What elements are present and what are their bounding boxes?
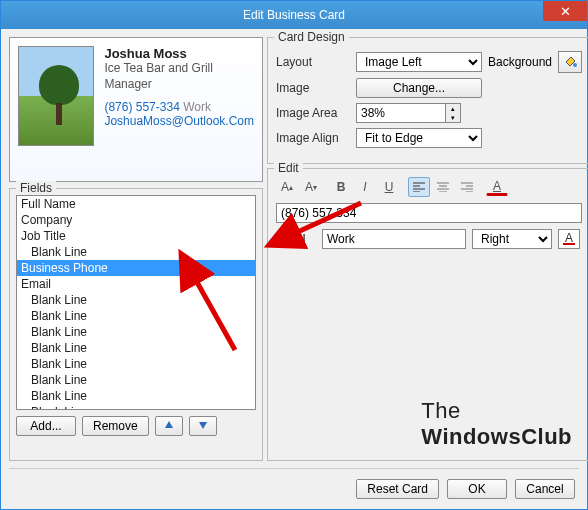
field-item[interactable]: Blank Line	[17, 244, 255, 260]
align-right-button[interactable]	[456, 177, 478, 197]
field-item[interactable]: Blank Line	[17, 356, 255, 372]
image-label: Image	[276, 81, 350, 95]
change-image-button[interactable]: Change...	[356, 78, 482, 98]
preview-name: Joshua Moss	[104, 46, 254, 61]
field-item[interactable]: Blank Line	[17, 404, 255, 410]
field-item[interactable]: Blank Line	[17, 308, 255, 324]
font-color-icon: A	[563, 233, 575, 245]
align-left-button[interactable]	[408, 177, 430, 197]
italic-button[interactable]: I	[354, 177, 376, 197]
remove-button[interactable]: Remove	[82, 416, 149, 436]
preview-company: Ice Tea Bar and Grill	[104, 61, 254, 77]
field-item[interactable]: Job Title	[17, 228, 255, 244]
watermark-logo: The WindowsClub	[421, 398, 572, 450]
background-label: Background	[488, 55, 552, 69]
image-area-spinner[interactable]: ▴▾	[356, 103, 461, 123]
image-area-input[interactable]	[356, 103, 446, 123]
move-up-button[interactable]	[155, 416, 183, 436]
spin-up[interactable]: ▴	[446, 104, 460, 113]
field-value-input[interactable]	[276, 203, 582, 223]
svg-rect-2	[563, 243, 575, 245]
design-legend: Card Design	[274, 30, 349, 44]
card-image	[18, 46, 94, 146]
font-grow-button[interactable]: A▴	[276, 177, 298, 197]
arrow-up-icon	[164, 420, 174, 430]
underline-button[interactable]: U	[378, 177, 400, 197]
fields-group: Fields Full NameCompanyJob TitleBlank Li…	[9, 188, 263, 461]
ok-button[interactable]: OK	[447, 479, 507, 499]
dialog-footer: Reset Card OK Cancel	[1, 469, 587, 509]
font-shrink-button[interactable]: A▾	[300, 177, 322, 197]
preview-phone: (876) 557-334 Work	[104, 100, 254, 114]
edit-legend: Edit	[274, 161, 303, 175]
spin-down[interactable]: ▾	[446, 113, 460, 122]
label-input[interactable]	[322, 229, 466, 249]
card-preview: Joshua Moss Ice Tea Bar and Grill Manage…	[9, 37, 263, 182]
window-title: Edit Business Card	[243, 8, 345, 22]
add-button[interactable]: Add...	[16, 416, 76, 436]
background-color-button[interactable]	[558, 51, 582, 73]
field-item[interactable]: Blank Line	[17, 292, 255, 308]
layout-label: Layout	[276, 55, 350, 69]
card-design-group: Card Design Layout Image Left Background…	[267, 37, 588, 164]
bold-button[interactable]: B	[330, 177, 352, 197]
field-item[interactable]: Blank Line	[17, 372, 255, 388]
font-color-button[interactable]: A	[486, 179, 508, 196]
fields-list[interactable]: Full NameCompanyJob TitleBlank LineBusin…	[16, 195, 256, 410]
reset-card-button[interactable]: Reset Card	[356, 479, 439, 499]
right-pane: Card Design Layout Image Left Background…	[267, 37, 588, 461]
align-left-icon	[413, 182, 425, 192]
align-center-button[interactable]	[432, 177, 454, 197]
preview-jobtitle: Manager	[104, 77, 254, 93]
field-item[interactable]: Email	[17, 276, 255, 292]
arrow-down-icon	[198, 420, 208, 430]
align-right-icon	[461, 182, 473, 192]
label-color-button[interactable]: A	[558, 229, 580, 249]
label-align-select[interactable]: Right	[472, 229, 552, 249]
field-item[interactable]: Business Phone	[17, 260, 255, 276]
card-text: Joshua Moss Ice Tea Bar and Grill Manage…	[104, 46, 254, 173]
tree-icon	[39, 65, 79, 125]
fields-legend: Fields	[16, 181, 56, 195]
svg-point-0	[573, 63, 577, 67]
content: Joshua Moss Ice Tea Bar and Grill Manage…	[1, 29, 587, 469]
paint-bucket-icon	[563, 55, 577, 69]
move-down-button[interactable]	[189, 416, 217, 436]
close-button[interactable]: ✕	[543, 1, 587, 21]
format-toolbar: A▴ A▾ B I U	[276, 177, 582, 197]
preview-email: JoshuaMoss@Outlook.Com	[104, 114, 254, 128]
image-align-select[interactable]: Fit to Edge	[356, 128, 482, 148]
cancel-button[interactable]: Cancel	[515, 479, 575, 499]
fields-buttons: Add... Remove	[16, 416, 256, 436]
titlebar: Edit Business Card ✕	[1, 1, 587, 29]
field-item[interactable]: Blank Line	[17, 324, 255, 340]
label-caption: Label	[276, 232, 316, 246]
field-item[interactable]: Blank Line	[17, 340, 255, 356]
left-pane: Joshua Moss Ice Tea Bar and Grill Manage…	[9, 37, 263, 461]
align-center-icon	[437, 182, 449, 192]
edit-group: Edit A▴ A▾ B I U	[267, 168, 588, 461]
image-area-label: Image Area	[276, 106, 350, 120]
image-align-label: Image Align	[276, 131, 350, 145]
field-item[interactable]: Blank Line	[17, 388, 255, 404]
field-item[interactable]: Full Name	[17, 196, 255, 212]
layout-select[interactable]: Image Left	[356, 52, 482, 72]
dialog-window: Edit Business Card ✕ Joshua Moss Ice Tea…	[0, 0, 588, 510]
field-item[interactable]: Company	[17, 212, 255, 228]
